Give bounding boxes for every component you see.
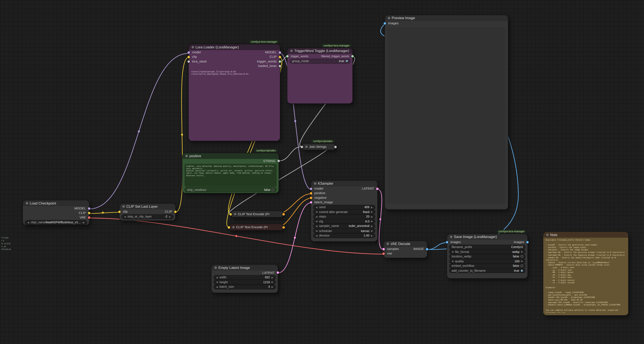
next-arrow-icon[interactable]: ▶ [371, 230, 373, 232]
widget-embed-workflow[interactable]: embed_workflow false [450, 264, 525, 268]
prev-arrow-icon[interactable]: ◀ [316, 230, 317, 232]
collapse-dot[interactable] [185, 155, 188, 157]
node-lora-loader[interactable]: comfyui-lora-manager Lora Loader (LoraMa… [189, 44, 280, 141]
widget-strip-newlines[interactable]: strip_newlines false [185, 188, 276, 192]
widget-batch-size[interactable]: ◀ batch_size 3 ▶ [214, 285, 276, 289]
increment-arrow-icon[interactable]: ▶ [371, 216, 373, 218]
collapse-dot[interactable] [234, 213, 236, 216]
toggle-dot[interactable] [521, 265, 523, 267]
decrement-arrow-icon[interactable]: ◀ [216, 276, 218, 278]
output-slot-trigger-words[interactable] [278, 60, 281, 63]
output-slot-latent[interactable] [277, 271, 279, 274]
increment-arrow-icon[interactable]: ▶ [521, 260, 523, 262]
increment-arrow-icon[interactable]: ▶ [371, 234, 373, 237]
node-positive-prompt[interactable]: comfyui-kjnodes positive STRING highres,… [182, 153, 278, 193]
output-slot-conditioning[interactable] [282, 213, 285, 216]
input-slot-vae[interactable] [382, 252, 385, 255]
node-title-bar[interactable]: VAE Decode [384, 241, 427, 247]
node-clip-text-encode-negative[interactable]: CLIP Text Encode (Pr [229, 224, 284, 230]
collapse-dot[interactable] [314, 182, 316, 185]
node-join-strings[interactable]: comfyui-kjnodes Join Strings [302, 144, 335, 150]
widget-file-format[interactable]: ◀ file_format webp ▶ [450, 250, 525, 254]
next-arrow-icon[interactable]: ▶ [521, 250, 523, 253]
toggle-dot[interactable] [272, 188, 274, 191]
widget-steps[interactable]: ◀ steps 20 ▶ [314, 214, 375, 218]
collapse-dot[interactable] [388, 17, 390, 19]
output-slot-model[interactable] [88, 207, 90, 210]
output-slot-conditioning[interactable] [282, 226, 285, 228]
next-arrow-icon[interactable]: ▶ [371, 225, 373, 227]
decrement-arrow-icon[interactable]: ◀ [452, 260, 453, 262]
input-slot-clip[interactable] [118, 210, 121, 213]
collapse-dot[interactable] [305, 146, 308, 148]
collapse-dot[interactable] [386, 243, 389, 245]
input-slot-clip[interactable] [188, 56, 190, 58]
node-vae-decode[interactable]: VAE Decode samples IMAGE vae [384, 241, 427, 258]
graph-canvas[interactable]: T: 0.00s I: 0 N: 14 [14] V: 28 FPS:56.62… [0, 0, 644, 344]
output-slot-loaded-loras[interactable] [278, 64, 281, 67]
node-title-bar[interactable]: Lora Loader (LoraManager) [189, 44, 280, 50]
node-title-bar[interactable]: Note [543, 232, 628, 238]
output-slot-string[interactable] [334, 146, 337, 148]
widget-stop-at-clip-layer[interactable]: ◀ stop_at_clip_layer -2 ▶ [122, 214, 173, 218]
input-slot-positive[interactable] [310, 192, 312, 194]
collapse-dot[interactable] [122, 206, 124, 208]
decrement-arrow-icon[interactable]: ◀ [316, 216, 317, 218]
output-slot-filtered-trigger-words[interactable] [351, 55, 354, 57]
node-title-bar[interactable]: KSampler [311, 181, 377, 186]
input-slot-trigger-words[interactable] [286, 55, 288, 57]
toggle-dot[interactable] [346, 60, 348, 62]
collapse-dot[interactable] [450, 236, 452, 238]
input-slot[interactable] [229, 213, 232, 216]
output-slot-latent[interactable] [376, 188, 379, 190]
node-title-bar[interactable]: Load Checkpoint [23, 200, 89, 206]
decrement-arrow-icon[interactable]: ◀ [124, 216, 126, 218]
output-slot-clip[interactable] [88, 212, 90, 214]
increment-arrow-icon[interactable]: ▶ [371, 206, 373, 208]
output-slot-image[interactable] [426, 248, 428, 250]
input-slot-images[interactable] [384, 22, 386, 24]
collapse-dot[interactable] [290, 50, 293, 52]
node-preview-image[interactable]: Preview Image images [385, 15, 508, 209]
toggle-dot[interactable] [521, 255, 523, 258]
output-slot-clip[interactable] [174, 210, 177, 213]
widget-quality[interactable]: ◀ quality 100 ▶ [450, 259, 525, 263]
increment-arrow-icon[interactable]: ▶ [272, 276, 273, 278]
increment-arrow-icon[interactable]: ▶ [272, 286, 273, 288]
widget-cfg[interactable]: ◀ cfg 8.0 ▶ [314, 219, 375, 223]
node-load-checkpoint[interactable]: Load Checkpoint MODEL CLIP VAE ◀ ckpt_na… [23, 200, 89, 225]
node-triggerword-toggle[interactable]: comfyui-lora-manager TriggerWord Toggle … [287, 48, 352, 104]
prompt-textarea[interactable]: highres, very detailed, amazing quality,… [184, 164, 277, 187]
node-clip-set-last-layer[interactable]: CLIP Set Last Layer clip CLIP ◀ stop_at_… [120, 204, 175, 220]
toggle-dot[interactable] [521, 270, 523, 272]
prev-arrow-icon[interactable]: ◀ [316, 225, 317, 227]
widget-sampler-name[interactable]: ◀ sampler_name euler_ancestral ▶ [314, 224, 375, 228]
decrement-arrow-icon[interactable]: ◀ [316, 206, 317, 208]
output-slot-model[interactable] [278, 51, 281, 54]
decrement-arrow-icon[interactable]: ◀ [216, 286, 218, 288]
collapse-dot[interactable] [232, 226, 235, 228]
input-slot-negative[interactable] [310, 196, 312, 199]
decrement-arrow-icon[interactable]: ◀ [316, 220, 317, 223]
widget-width[interactable]: ◀ width 832 ▶ [214, 275, 276, 280]
input-slot-lora-stack[interactable] [188, 60, 190, 63]
collapse-dot[interactable] [192, 46, 194, 48]
input-slot-samples[interactable] [382, 248, 385, 250]
widget-lossless-webp[interactable]: lossless_webp false [450, 254, 525, 258]
note-text[interactable]: Available filename_prefix Pattern Codes … [546, 239, 626, 313]
widget-control-after-generate[interactable]: ◀ control after generate fixed ▶ [314, 210, 375, 214]
node-title-bar[interactable]: Preview Image [385, 15, 508, 21]
widget-filename-prefix[interactable]: filename_prefix ComfyUI [450, 245, 525, 249]
widget-denoise[interactable]: ◀ denoise 1.00 ▶ [314, 233, 375, 237]
output-slot-string[interactable] [278, 160, 280, 162]
node-title-bar[interactable]: CLIP Set Last Layer [120, 204, 175, 210]
increment-arrow-icon[interactable]: ▶ [272, 281, 273, 284]
next-arrow-icon[interactable]: ▶ [83, 221, 84, 224]
node-ksampler[interactable]: KSampler model LATENT positive negative … [311, 181, 377, 242]
input-slot-model[interactable] [188, 51, 190, 54]
node-title-bar[interactable]: TriggerWord Toggle (LoraManager) [287, 48, 352, 54]
node-title-bar[interactable]: Save Image (LoraManager) [447, 234, 528, 240]
input-slot[interactable] [228, 226, 230, 228]
increment-arrow-icon[interactable]: ▶ [169, 216, 171, 218]
prev-arrow-icon[interactable]: ◀ [316, 210, 317, 213]
